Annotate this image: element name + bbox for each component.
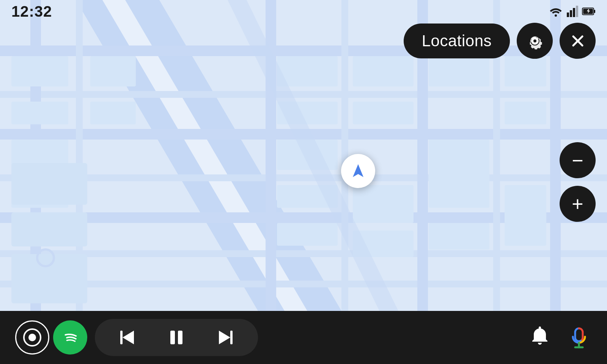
svg-rect-48 [573, 8, 575, 17]
svg-marker-55 [353, 164, 363, 177]
svg-rect-32 [277, 223, 338, 246]
svg-rect-39 [429, 223, 489, 249]
svg-rect-63 [230, 331, 233, 344]
svg-rect-59 [120, 331, 123, 344]
spotify-icon [59, 326, 81, 348]
navigation-arrow-icon [348, 161, 368, 181]
bottom-left-controls [15, 319, 258, 356]
svg-rect-24 [90, 102, 136, 124]
svg-rect-17 [11, 56, 68, 86]
svg-rect-23 [90, 56, 136, 86]
mic-button[interactable] [566, 325, 592, 350]
time-display: 12:32 [11, 3, 52, 20]
svg-marker-64 [219, 331, 230, 344]
home-button[interactable] [15, 320, 49, 355]
svg-rect-18 [11, 102, 68, 124]
svg-rect-9 [0, 281, 607, 287]
location-marker [341, 154, 375, 188]
svg-rect-42 [505, 185, 546, 246]
wifi-icon [549, 6, 563, 17]
svg-rect-4 [0, 91, 607, 98]
svg-rect-34 [353, 102, 414, 124]
svg-rect-40 [505, 56, 546, 86]
svg-rect-38 [429, 140, 489, 208]
battery-icon [582, 7, 596, 16]
svg-rect-35 [353, 185, 414, 223]
home-circle-icon [22, 327, 43, 348]
svg-rect-33 [353, 56, 414, 86]
zoom-in-button[interactable]: + [560, 186, 596, 222]
svg-rect-41 [505, 102, 546, 124]
svg-rect-26 [11, 212, 87, 246]
zoom-out-button[interactable]: − [560, 142, 596, 178]
settings-button[interactable] [517, 23, 553, 59]
svg-rect-51 [594, 10, 595, 13]
signal-icon [567, 6, 578, 17]
status-bar: 12:32 [0, 0, 607, 23]
svg-rect-6 [0, 174, 607, 181]
zoom-controls: − + [560, 142, 596, 222]
svg-rect-61 [170, 331, 175, 344]
svg-rect-37 [429, 56, 489, 86]
zoom-in-icon: + [572, 194, 583, 214]
status-icons [549, 6, 596, 17]
zoom-out-icon: − [572, 151, 583, 170]
svg-marker-60 [123, 331, 134, 344]
svg-rect-46 [567, 13, 569, 17]
next-icon [216, 328, 236, 347]
bottom-right-controls [529, 324, 592, 351]
svg-rect-25 [11, 163, 87, 205]
svg-rect-49 [576, 6, 578, 17]
notification-button[interactable] [529, 324, 551, 351]
spotify-button[interactable] [53, 320, 87, 355]
pause-icon [167, 328, 186, 347]
close-button[interactable] [560, 23, 596, 59]
close-icon [569, 33, 586, 49]
svg-rect-47 [570, 10, 572, 17]
prev-button[interactable] [114, 324, 140, 351]
svg-rect-8 [0, 250, 607, 257]
locations-button[interactable]: Locations [404, 24, 510, 58]
gear-icon [525, 31, 545, 51]
pause-button[interactable] [163, 324, 190, 351]
media-controls [95, 319, 258, 356]
svg-point-57 [28, 334, 36, 341]
prev-icon [117, 328, 137, 347]
svg-rect-27 [11, 254, 87, 303]
mic-icon [566, 325, 592, 350]
bottom-bar [0, 311, 607, 364]
next-button[interactable] [212, 324, 239, 351]
bell-icon [529, 324, 551, 346]
top-controls: Locations [404, 23, 596, 59]
svg-rect-62 [178, 331, 182, 344]
svg-point-45 [555, 14, 557, 17]
